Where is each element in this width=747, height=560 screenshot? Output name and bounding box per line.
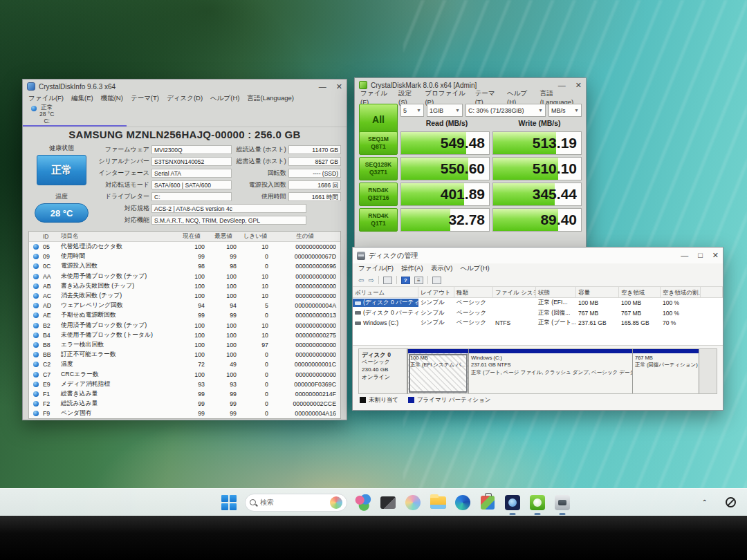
cdm-menu-item[interactable]: テーマ(T) — [475, 89, 499, 106]
smart-row[interactable]: B4 未使用予備ブロック数 (トータル) 100 100 10 00000000… — [29, 330, 340, 340]
dm-titlebar[interactable]: ディスクの管理 — □ ✕ — [353, 248, 723, 263]
crystaldiskinfo-taskbar-button[interactable] — [504, 494, 522, 512]
disk0-info-box[interactable]: ディスク 0 ベーシック 230.46 GB オンライン — [358, 348, 408, 394]
smart-row[interactable]: 05 代替処理済のセクタ数 100 100 10 000000000000 — [29, 242, 340, 252]
temperature-button[interactable]: 28 °C — [35, 203, 89, 223]
disk-management-taskbar-button[interactable] — [553, 494, 571, 512]
header-capacity[interactable]: 容量 — [576, 287, 619, 297]
cdi-menu-item[interactable]: 編集(E) — [71, 94, 93, 103]
cdi-close-button[interactable]: ✕ — [336, 83, 342, 91]
partition-windows-c[interactable]: Windows (C:) 237.61 GB NTFS 正常 (ブート, ページ… — [469, 349, 633, 393]
header-status[interactable]: 状態 — [536, 287, 576, 297]
volume-row[interactable]: (ディスク 0 パーティシ... シンプル ベーシック 正常 (EFI... 1… — [353, 298, 723, 308]
smart-header-worst[interactable]: 最悪値 — [210, 232, 242, 241]
cdi-titlebar[interactable]: CrystalDiskInfo 9.6.3 x64 — ✕ — [23, 80, 347, 93]
help-icon[interactable]: ? — [401, 277, 410, 284]
cdm-menu-item[interactable]: 設定(S) — [398, 89, 417, 106]
test-button[interactable]: RND4K Q1T1 — [359, 208, 398, 232]
header-volume[interactable]: ボリューム — [353, 287, 418, 297]
cdm-close-button[interactable]: ✕ — [575, 82, 582, 89]
smart-row[interactable]: C2 温度 72 49 0 00000000001C — [29, 360, 340, 369]
partition-efi[interactable]: 100 MB 正常 (EFI システム パ... — [408, 349, 469, 393]
cdm-minimize-button[interactable]: — — [558, 82, 566, 89]
smart-row[interactable]: AC 消去失敗回数 (チップ) 100 100 10 000000000000 — [29, 291, 340, 301]
microsoft-store-button[interactable] — [479, 494, 497, 512]
properties-icon[interactable] — [432, 277, 441, 284]
disk-status: オンライン — [362, 374, 390, 380]
search-input[interactable]: 検索 — [245, 494, 347, 512]
smart-row[interactable]: BB 訂正不可能エラー数 100 100 0 000000000000 — [29, 350, 340, 360]
smart-header-current[interactable]: 現在値 — [178, 232, 210, 241]
cdi-menu-item[interactable]: ディスク(D) — [167, 94, 203, 103]
tray-chevron-up-icon[interactable]: ⌃ — [702, 498, 708, 506]
cdm-menu-item[interactable]: ヘルプ(H) — [507, 89, 533, 106]
drive-tab-c[interactable]: 正常 28 °C C: — [31, 104, 54, 127]
smart-row[interactable]: B2 使用済予備ブロック数 (チップ) 100 100 10 000000000… — [29, 321, 340, 330]
test-count-select[interactable]: 5▼ — [400, 104, 424, 117]
partition-recovery[interactable]: 767 MB 正常 (回復パーティション) — [633, 349, 699, 393]
smart-row[interactable]: C7 CRCエラー数 100 100 0 000000000000 — [29, 369, 340, 379]
start-button[interactable] — [220, 494, 238, 512]
attribute-current: 99 — [178, 410, 210, 417]
smart-row[interactable]: 09 使用時間 99 99 0 00000000067D — [29, 252, 340, 261]
smart-row[interactable]: AE 予期せぬ電源断回数 99 99 0 000000000013 — [29, 310, 340, 320]
attribute-current: 100 — [178, 243, 210, 250]
dm-menu-item[interactable]: ヘルプ(H) — [460, 264, 489, 273]
header-layout[interactable]: レイアウト — [418, 287, 454, 297]
forward-arrow-icon[interactable]: ⇨ — [368, 277, 374, 284]
cdm-menu-item[interactable]: 言語(Language) — [540, 89, 580, 106]
cdi-minimize-button[interactable]: — — [319, 83, 326, 91]
widgets-button[interactable] — [354, 494, 372, 512]
cdi-menu-item[interactable]: 言語(Language) — [247, 94, 294, 103]
smart-row[interactable]: F9 ベンダ固有 99 99 0 000000004A16 — [29, 409, 340, 418]
dm-maximize-button[interactable]: □ — [698, 252, 703, 259]
dm-menu-item[interactable]: 操作(A) — [401, 264, 423, 273]
tray-status-icon[interactable] — [726, 497, 736, 507]
copilot-button[interactable] — [404, 494, 422, 512]
health-status-button[interactable]: 正常 — [37, 155, 86, 185]
edge-button[interactable] — [454, 494, 472, 512]
window-panel-icon[interactable] — [383, 277, 392, 284]
smart-header-id[interactable]: ID — [43, 233, 61, 240]
cdi-menu-item[interactable]: テーマ(T) — [131, 94, 159, 103]
file-explorer-button[interactable] — [429, 494, 447, 512]
smart-header-name[interactable]: 項目名 — [61, 232, 178, 241]
dm-close-button[interactable]: ✕ — [712, 252, 719, 259]
volume-row[interactable]: Windows (C:) シンプル ベーシック NTFS 正常 (ブート... … — [353, 318, 723, 328]
test-button[interactable]: SEQ128K Q32T1 — [359, 157, 398, 180]
smart-row[interactable]: AB 書き込み失敗回数 (チップ) 100 100 10 00000000000… — [29, 281, 340, 291]
target-drive-select[interactable]: C: 30% (71/238GiB)▼ — [465, 104, 546, 117]
dm-menu-item[interactable]: ファイル(F) — [358, 264, 394, 273]
dm-menu-item[interactable]: 表示(V) — [431, 264, 453, 273]
test-button[interactable]: RND4K Q32T16 — [359, 183, 398, 206]
unit-select[interactable]: MB/s▼ — [548, 104, 582, 117]
smart-row[interactable]: E9 メディア消耗指標 93 93 0 000000F0369C — [29, 380, 340, 389]
health-label: 健康状態 — [49, 144, 74, 153]
header-free-percent[interactable]: 空き領域の割... — [661, 287, 701, 297]
test-button[interactable]: SEQ1M Q8T1 — [359, 131, 398, 155]
task-view-button[interactable] — [379, 494, 397, 512]
smart-header-threshold[interactable]: しきい値 — [242, 232, 274, 241]
volume-row[interactable]: (ディスク 0 パーティシ... シンプル ベーシック 正常 (回復... 76… — [353, 308, 723, 319]
crystaldiskmark-taskbar-button[interactable] — [528, 494, 546, 512]
test-size-select[interactable]: 1GiB▼ — [427, 104, 463, 117]
back-arrow-icon[interactable]: ⇦ — [358, 277, 364, 284]
header-free-space[interactable]: 空き領域 — [619, 287, 661, 297]
header-type[interactable]: 種類 — [454, 287, 493, 297]
smart-row[interactable]: 0C 電源投入回数 98 98 0 000000000696 — [29, 261, 340, 271]
smart-row[interactable]: F1 総書き込み量 99 99 0 00000000214F — [29, 389, 340, 399]
cdm-menu-item[interactable]: プロファイル(P) — [425, 89, 467, 106]
smart-row[interactable]: F2 総読み込み量 99 99 0 000000002CCE — [29, 399, 340, 409]
dm-minimize-button[interactable]: — — [681, 252, 688, 259]
smart-header-raw[interactable]: 生の値 — [274, 232, 340, 241]
smart-row[interactable]: AD ウェアレベリング回数 94 94 5 00000000004A — [29, 301, 340, 310]
cdi-menu-item[interactable]: ヘルプ(H) — [210, 94, 239, 103]
smart-row[interactable]: B8 エラー検出回数 100 100 97 000000000000 — [29, 340, 340, 350]
attribute-name: 消去失敗回数 (チップ) — [61, 292, 178, 300]
cdi-menu-item[interactable]: 機能(N) — [101, 94, 123, 103]
cdi-menu-item[interactable]: ファイル(F) — [28, 94, 64, 103]
header-filesystem[interactable]: ファイル システム — [493, 287, 536, 297]
cdm-menu-item[interactable]: ファイル(F) — [360, 89, 391, 106]
smart-row[interactable]: AA 未使用予備ブロック数 (チップ) 100 100 10 000000000… — [29, 272, 340, 281]
list-view-icon[interactable]: ≡ — [414, 277, 423, 284]
